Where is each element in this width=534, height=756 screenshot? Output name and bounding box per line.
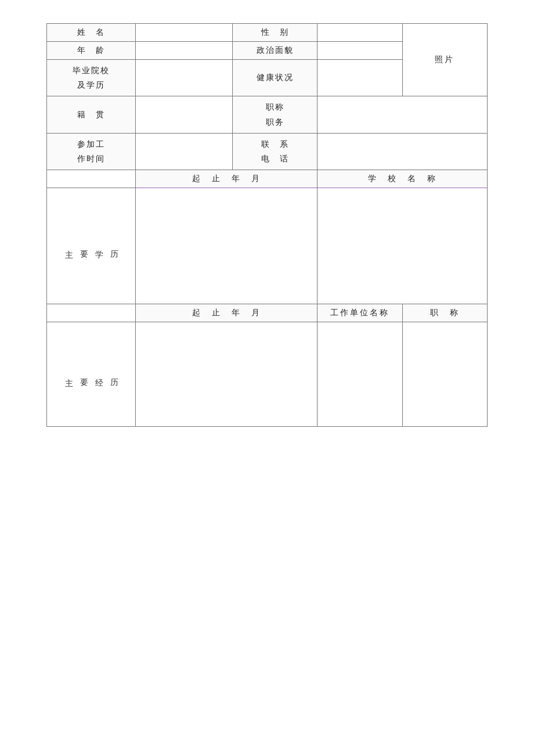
value-health[interactable] xyxy=(317,60,402,96)
work-start-end-header: 起 止 年 月 xyxy=(136,304,317,322)
work-dates-content[interactable] xyxy=(136,322,317,427)
work-title-content[interactable] xyxy=(402,322,487,427)
value-gender[interactable] xyxy=(317,24,402,42)
label-title: 职称职务 xyxy=(233,96,317,133)
value-graduation[interactable] xyxy=(136,60,233,96)
row-workstart-phone: 参加工作时间 联 系电 话 xyxy=(47,133,488,170)
label-graduation: 毕业院校及学历 xyxy=(47,60,136,96)
work-section-label: 主要经历 xyxy=(47,322,136,427)
page-container: 姓 名 性 别 照片 年 龄 政治面貌 毕业院校及学历 xyxy=(46,23,488,427)
education-header-row: 起 止 年 月 学 校 名 称 xyxy=(47,170,488,188)
label-gender: 性 别 xyxy=(233,24,317,42)
work-content-row: 主要经历 xyxy=(47,322,488,427)
value-name[interactable] xyxy=(136,24,233,42)
photo-cell: 照片 xyxy=(402,24,487,96)
value-title[interactable] xyxy=(317,96,488,133)
label-work-start: 参加工作时间 xyxy=(47,133,136,170)
education-section-label: 主要学历 xyxy=(47,188,136,304)
label-age: 年 龄 xyxy=(47,42,136,60)
value-hometown[interactable] xyxy=(136,96,233,133)
label-politics: 政治面貌 xyxy=(233,42,317,60)
education-dates-content[interactable] xyxy=(136,188,317,304)
label-name: 姓 名 xyxy=(47,24,136,42)
education-start-end-header: 起 止 年 月 xyxy=(136,170,317,188)
main-form-table: 姓 名 性 别 照片 年 龄 政治面貌 毕业院校及学历 xyxy=(46,23,488,427)
education-school-header: 学 校 名 称 xyxy=(317,170,488,188)
value-age[interactable] xyxy=(136,42,233,60)
work-section-side xyxy=(47,304,136,322)
education-section-side xyxy=(47,170,136,188)
value-phone[interactable] xyxy=(317,133,488,170)
work-unit-header: 工作单位名称 xyxy=(317,304,402,322)
work-title-header: 职 称 xyxy=(402,304,487,322)
work-header-row: 起 止 年 月 工作单位名称 职 称 xyxy=(47,304,488,322)
label-phone: 联 系电 话 xyxy=(233,133,317,170)
value-work-start[interactable] xyxy=(136,133,233,170)
row-name-gender: 姓 名 性 别 照片 xyxy=(47,24,488,42)
value-politics[interactable] xyxy=(317,42,402,60)
education-content-row: 主要学历 xyxy=(47,188,488,304)
education-school-content[interactable] xyxy=(317,188,488,304)
row-hometown-title: 籍 贯 职称职务 xyxy=(47,96,488,133)
label-hometown: 籍 贯 xyxy=(47,96,136,133)
work-unit-content[interactable] xyxy=(317,322,402,427)
label-health: 健康状况 xyxy=(233,60,317,96)
